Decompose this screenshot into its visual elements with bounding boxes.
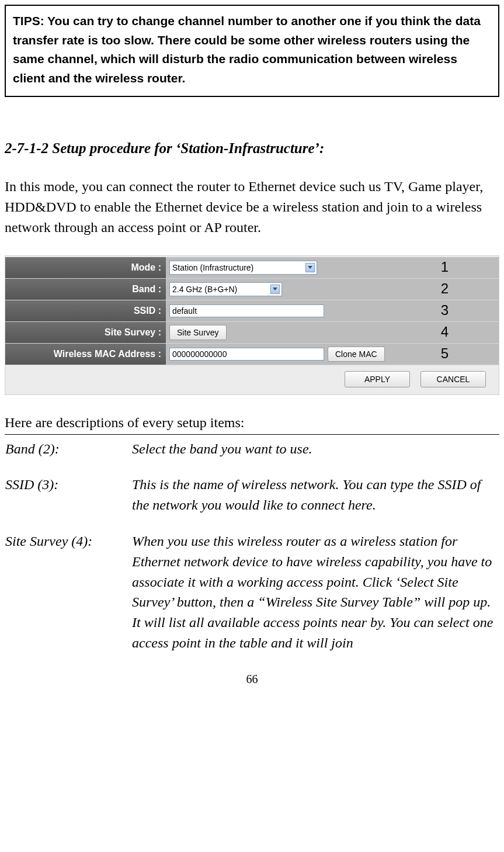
band-label: Band :	[5, 279, 166, 300]
site-survey-label: Site Survey :	[5, 322, 166, 343]
apply-button-label: APPLY	[364, 373, 390, 385]
mac-input-value: 000000000000	[172, 348, 227, 360]
descriptions-table: Band (2): Select the band you want to us…	[5, 438, 499, 653]
tips-text: TIPS: You can try to change channel numb…	[13, 14, 481, 85]
row-site-survey: Site Survey : Site Survey 4	[5, 322, 499, 344]
descriptions-intro: Here are descriptions of every setup ite…	[5, 413, 499, 433]
desc-term: SSID (3):	[5, 474, 131, 531]
callout-number-4: 4	[441, 322, 449, 342]
site-survey-field: Site Survey 4	[166, 322, 499, 343]
divider	[5, 434, 499, 435]
chevron-down-icon	[308, 266, 312, 269]
site-survey-button[interactable]: Site Survey	[169, 325, 227, 340]
site-survey-button-label: Site Survey	[177, 327, 219, 338]
section-heading: 2-7-1-2 Setup procedure for ‘Station-Inf…	[5, 138, 499, 159]
band-select[interactable]: 2.4 GHz (B+G+N)	[169, 282, 282, 296]
mac-label: Wireless MAC Address :	[5, 344, 166, 365]
row-band: Band : 2.4 GHz (B+G+N) 2	[5, 279, 499, 300]
wireless-config-panel: Mode : Station (Infrastructure) 1 Band :…	[5, 255, 499, 395]
band-select-value: 2.4 GHz (B+G+N)	[172, 283, 237, 295]
intro-paragraph: In this mode, you can connect the router…	[5, 176, 499, 237]
callout-number-5: 5	[441, 344, 449, 364]
clone-mac-button-label: Clone MAC	[335, 348, 377, 360]
row-mac: Wireless MAC Address : 000000000000 Clon…	[5, 344, 499, 365]
panel-button-row: APPLY CANCEL	[5, 365, 499, 387]
desc-def: This is the name of wireless network. Yo…	[131, 474, 499, 531]
desc-term: Site Survey (4):	[5, 531, 131, 653]
row-mode: Mode : Station (Infrastructure) 1	[5, 257, 499, 279]
mode-label: Mode :	[5, 257, 166, 278]
apply-button[interactable]: APPLY	[345, 371, 410, 387]
page-number: 66	[5, 671, 499, 688]
callout-number-3: 3	[441, 300, 449, 321]
mode-select-value: Station (Infrastructure)	[172, 262, 253, 273]
callout-number-2: 2	[441, 279, 449, 299]
desc-row-site-survey: Site Survey (4): When you use this wirel…	[5, 531, 499, 653]
tips-callout-box: TIPS: You can try to change channel numb…	[5, 5, 499, 97]
band-field: 2.4 GHz (B+G+N) 2	[166, 279, 499, 300]
mode-field: Station (Infrastructure) 1	[166, 257, 499, 278]
desc-def: Select the band you want to use.	[131, 438, 499, 475]
chevron-down-icon	[273, 288, 277, 290]
cancel-button[interactable]: CANCEL	[420, 371, 486, 387]
ssid-input[interactable]: default	[169, 304, 324, 317]
ssid-input-value: default	[172, 305, 197, 317]
row-ssid: SSID : default 3	[5, 300, 499, 322]
ssid-label: SSID :	[5, 300, 166, 321]
mode-select[interactable]: Station (Infrastructure)	[169, 261, 317, 275]
mac-input[interactable]: 000000000000	[169, 348, 324, 361]
cancel-button-label: CANCEL	[437, 373, 470, 385]
desc-row-band: Band (2): Select the band you want to us…	[5, 438, 499, 475]
desc-term: Band (2):	[5, 438, 131, 475]
ssid-field: default 3	[166, 300, 499, 321]
clone-mac-button[interactable]: Clone MAC	[328, 347, 385, 362]
desc-def: When you use this wireless router as a w…	[131, 531, 499, 653]
mac-field: 000000000000 Clone MAC 5	[166, 344, 499, 365]
desc-row-ssid: SSID (3): This is the name of wireless n…	[5, 474, 499, 531]
callout-number-1: 1	[441, 257, 449, 278]
